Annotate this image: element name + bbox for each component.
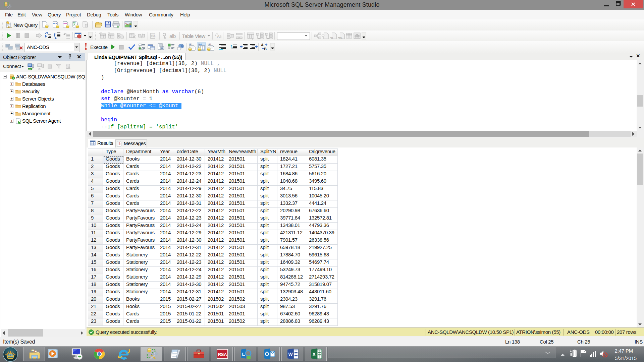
svg-text:B: B <box>264 47 267 51</box>
svg-text:L: L <box>242 351 245 357</box>
svg-text:RSA: RSA <box>218 352 227 357</box>
svg-text:DMX: DMX <box>63 22 67 24</box>
svg-text:A: A <box>261 43 264 47</box>
svg-text:Aa: Aa <box>217 34 221 39</box>
svg-text:AB: AB <box>330 37 333 39</box>
svg-text:W: W <box>288 352 293 357</box>
svg-text:MDX: MDX <box>53 22 57 24</box>
svg-text:LA: LA <box>73 24 75 26</box>
svg-text:XML: XML <box>338 37 343 39</box>
svg-text:X: X <box>313 352 316 357</box>
svg-text:SQL: SQL <box>151 34 156 37</box>
